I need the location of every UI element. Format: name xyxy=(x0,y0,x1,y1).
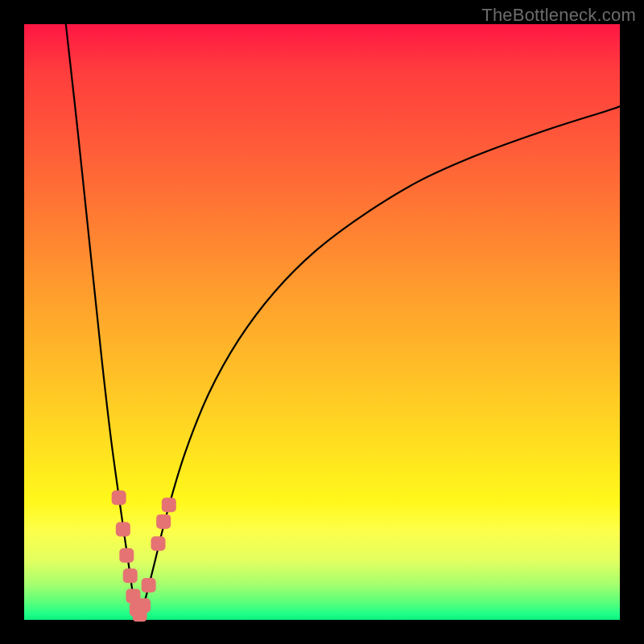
data-marker xyxy=(136,598,151,613)
curve-layer xyxy=(24,24,620,620)
data-marker xyxy=(123,568,138,583)
data-marker xyxy=(119,548,134,563)
curve-right-branch xyxy=(138,106,620,617)
data-marker xyxy=(112,490,126,505)
data-marker xyxy=(116,522,130,537)
chart-frame: TheBottleneck.com xyxy=(0,0,644,644)
watermark-text: TheBottleneck.com xyxy=(481,5,636,26)
data-marker xyxy=(156,514,171,529)
data-marker xyxy=(162,497,176,512)
data-marker xyxy=(142,578,156,592)
plot-area xyxy=(24,24,620,620)
data-marker xyxy=(151,536,166,551)
